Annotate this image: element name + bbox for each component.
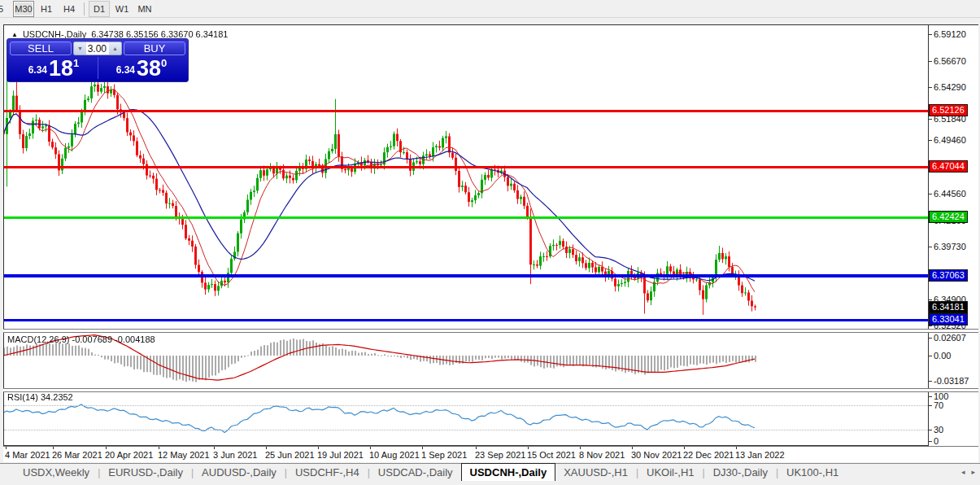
date-axis-label: 3 Jun 2021 xyxy=(213,450,257,460)
timeframe-button-m30[interactable]: M30 xyxy=(13,1,34,17)
horizontal-level-line-6.37063[interactable] xyxy=(4,274,928,277)
macd-axis-tick: 0.00 xyxy=(934,351,951,360)
price-level-label-6.34181: 6.34181 xyxy=(929,301,968,313)
tab-nav-arrows: ◂▸ xyxy=(961,468,975,476)
timeframe-button-h1[interactable]: H1 xyxy=(36,1,57,17)
date-axis[interactable]: 4 Mar 202126 Mar 202120 Apr 202112 May 2… xyxy=(3,446,978,462)
collapse-trade-panel-icon[interactable]: ▲ xyxy=(11,31,18,38)
price-axis-tick: 6.59120 xyxy=(934,29,966,39)
chart-tab-uk100[interactable]: UK100-,H1 xyxy=(778,465,847,481)
date-axis-tick xyxy=(684,447,685,449)
date-axis-tick xyxy=(422,447,423,449)
horizontal-level-line-6.52126[interactable] xyxy=(4,110,928,112)
chart-tab-eurusd[interactable]: EURUSD-,Daily xyxy=(100,465,191,481)
date-axis-label: 10 Aug 2021 xyxy=(369,450,420,460)
date-axis-tick xyxy=(53,447,54,449)
date-axis-label: 30 Nov 2021 xyxy=(631,450,682,460)
chart-tab-ukoil[interactable]: UKOil-,H1 xyxy=(638,465,703,481)
rsi-axis-tick: 0 xyxy=(934,436,939,446)
date-axis-tick xyxy=(106,447,107,449)
date-axis-label: 25 Jun 2021 xyxy=(265,450,315,460)
chart-tab-bar: USDX,Weekly|EURUSD-,Daily|AUDUSD-,Daily|… xyxy=(0,463,980,481)
sell-button[interactable]: SELL xyxy=(10,42,72,55)
price-level-label-6.42424: 6.42424 xyxy=(929,211,968,223)
chart-tab-usdx[interactable]: USDX,Weekly xyxy=(15,465,98,481)
date-axis-label: 23 Sep 2021 xyxy=(475,450,525,460)
horizontal-level-line-6.42424[interactable] xyxy=(4,216,928,219)
price-level-label-6.47044: 6.47044 xyxy=(929,160,968,173)
volume-spinner: ▼ 3.00 ▲ xyxy=(73,42,122,55)
date-axis-label: 4 Mar 2021 xyxy=(5,450,50,460)
mt4-terminal-window: 5M30H1H4D1W1MN 6.591206.566706.542906.51… xyxy=(0,0,980,485)
date-axis-tick xyxy=(580,447,581,449)
date-axis-label: 1 Sep 2021 xyxy=(421,450,467,460)
date-axis-label: 22 Dec 2021 xyxy=(683,450,734,460)
timeframe-button-h4[interactable]: H4 xyxy=(59,1,80,17)
rsi-axis-tick: 30 xyxy=(934,425,943,435)
date-axis-tick xyxy=(266,447,267,449)
tab-scroll-right-icon[interactable]: ▸ xyxy=(971,468,975,476)
date-axis-tick xyxy=(318,447,319,449)
horizontal-level-line-6.33041[interactable] xyxy=(4,319,928,321)
price-scale[interactable]: 6.591206.566706.542906.518406.494606.445… xyxy=(928,25,978,446)
horizontal-level-line-6.47044[interactable] xyxy=(4,166,928,168)
buy-button[interactable]: BUY xyxy=(124,42,185,55)
volume-decrease-icon[interactable]: ▼ xyxy=(74,42,86,55)
date-axis-label: 20 Apr 2021 xyxy=(105,450,153,460)
price-level-label-6.33041: 6.33041 xyxy=(929,313,968,326)
timeframe-button-d1[interactable]: D1 xyxy=(89,1,110,17)
date-axis-tick xyxy=(736,447,737,449)
price-axis-tick: 6.44560 xyxy=(934,189,966,199)
buy-price-display[interactable]: 6.34380 xyxy=(98,57,185,79)
macd-pane-splitter[interactable] xyxy=(3,329,978,333)
date-axis-tick xyxy=(6,447,7,449)
trade-panel-divider xyxy=(98,57,98,79)
date-axis-label: 13 Jan 2022 xyxy=(735,450,785,460)
date-axis-label: 15 Oct 2021 xyxy=(527,450,576,460)
macd-label: MACD(12,26,9) -0.007689 -0.004188 xyxy=(7,334,155,344)
date-axis-label: 19 Jul 2021 xyxy=(317,450,364,460)
rsi-axis-tick: 70 xyxy=(934,400,943,410)
date-axis-tick xyxy=(528,447,529,449)
price-axis-tick: 6.39730 xyxy=(934,242,966,251)
price-chart-canvas[interactable] xyxy=(4,25,928,446)
date-axis-tick xyxy=(632,447,633,449)
price-level-label-6.52126: 6.52126 xyxy=(929,104,968,116)
sell-price-display[interactable]: 6.34181 xyxy=(10,57,98,79)
chart-tab-usdchf[interactable]: USDCHF-,H4 xyxy=(287,465,368,481)
date-axis-label: 26 Mar 2021 xyxy=(52,450,102,460)
date-axis-tick xyxy=(476,447,477,449)
chart-tab-audusd[interactable]: AUDUSD-,Daily xyxy=(194,465,285,481)
rsi-level-line xyxy=(4,405,928,406)
macd-axis-tick: -0.03187 xyxy=(934,376,969,386)
date-axis-label: 8 Nov 2021 xyxy=(579,450,625,460)
timeframe-button-5[interactable]: 5 xyxy=(0,1,11,17)
date-axis-tick xyxy=(159,447,159,449)
rsi-level-line xyxy=(4,430,928,430)
chart-tab-xauusd[interactable]: XAUUSD-,H1 xyxy=(555,465,636,481)
price-axis-tick: 6.54290 xyxy=(934,82,966,92)
chart-tab-usdcnh[interactable]: USDCNH-,Daily xyxy=(461,463,556,481)
date-axis-tick xyxy=(370,447,371,449)
tab-scroll-left-icon[interactable]: ◂ xyxy=(961,468,965,476)
timeframe-button-w1[interactable]: W1 xyxy=(111,1,133,17)
date-axis-tick xyxy=(214,447,215,449)
rsi-label: RSI(14) 34.2352 xyxy=(7,392,73,402)
price-axis-tick: 6.56670 xyxy=(934,56,966,66)
volume-input[interactable]: 3.00 xyxy=(86,42,109,55)
price-level-label-6.37063: 6.37063 xyxy=(929,269,968,282)
toolbar-separator xyxy=(84,2,85,15)
macd-axis-tick: 0.02607 xyxy=(934,333,966,343)
date-axis-label: 12 May 2021 xyxy=(158,450,210,460)
timeframe-button-mn[interactable]: MN xyxy=(134,1,155,17)
rsi-pane-splitter[interactable] xyxy=(3,388,978,392)
one-click-trading-panel: SELL ▼ 3.00 ▲ BUY 6.34181 6.34380 xyxy=(7,38,189,82)
price-axis-tick: 6.49460 xyxy=(934,135,966,145)
chart-tab-dj30[interactable]: DJ30-,Daily xyxy=(705,465,776,481)
timeframe-toolbar: 5M30H1H4D1W1MN xyxy=(0,0,980,18)
volume-increase-icon[interactable]: ▲ xyxy=(109,42,121,55)
chart-tab-usdcad[interactable]: USDCAD-,Daily xyxy=(370,465,461,481)
